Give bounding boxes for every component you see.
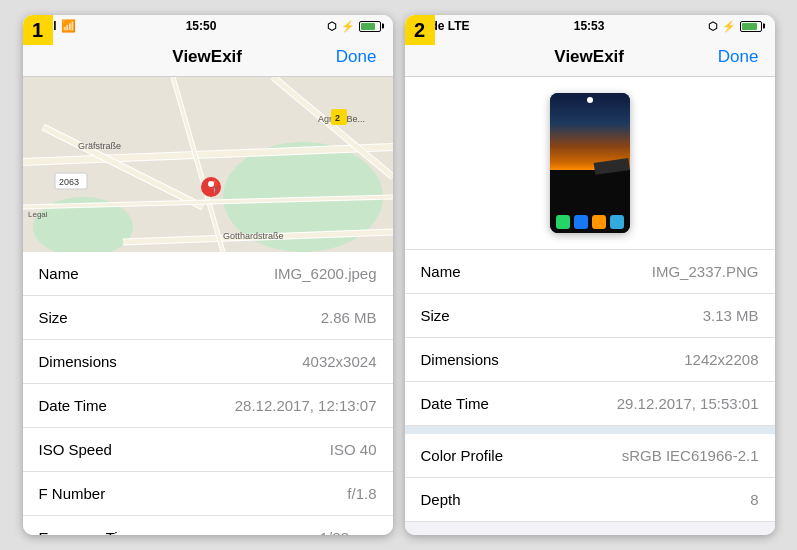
label-datetime-1: Date Time: [39, 397, 107, 414]
wifi-icon-1: 📶: [61, 19, 76, 33]
time-1: 15:50: [186, 19, 217, 33]
thumbnail-area: [405, 77, 775, 250]
badge-1: 1: [23, 15, 53, 45]
sky-gradient: [550, 93, 630, 170]
value-name-2: IMG_2337.PNG: [652, 263, 759, 280]
status-bar-1: Call 📶 15:50 ⬡ ⚡: [23, 15, 393, 37]
row-iso-1: ISO Speed ISO 40: [23, 428, 393, 472]
battery-2: [740, 21, 762, 32]
svg-text:Legal: Legal: [28, 210, 48, 219]
phone-1: 1 Call 📶 15:50 ⬡ ⚡ ViewExif Done: [23, 15, 393, 535]
value-dimensions-2: 1242x2208: [684, 351, 758, 368]
bluetooth-icon-1: ⬡: [327, 20, 337, 33]
done-button-2[interactable]: Done: [718, 47, 759, 67]
label-name-2: Name: [421, 263, 461, 280]
label-datetime-2: Date Time: [421, 395, 489, 412]
label-dimensions-2: Dimensions: [421, 351, 499, 368]
phone-2: 2 m.de LTE 15:53 ⬡ ⚡ ViewExif Done: [405, 15, 775, 535]
svg-text:Gräfstraße: Gräfstraße: [78, 141, 121, 151]
value-dimensions-1: 4032x3024: [302, 353, 376, 370]
info-list-1: Name IMG_6200.jpeg Size 2.86 MB Dimensio…: [23, 252, 393, 535]
label-iso-1: ISO Speed: [39, 441, 112, 458]
row-name-2: Name IMG_2337.PNG: [405, 250, 775, 294]
status-bar-2: m.de LTE 15:53 ⬡ ⚡: [405, 15, 775, 37]
value-colorprofile-2: sRGB IEC61966-2.1: [622, 447, 759, 464]
nav-bar-1: ViewExif Done: [23, 37, 393, 77]
dock-icon-3: [592, 215, 606, 229]
value-datetime-2: 29.12.2017, 15:53:01: [617, 395, 759, 412]
charging-icon-2: ⚡: [722, 20, 736, 33]
dock-icon-1: [556, 215, 570, 229]
row-datetime-2: Date Time 29.12.2017, 15:53:01: [405, 382, 775, 426]
svg-text:2: 2: [335, 113, 340, 123]
value-depth-2: 8: [750, 491, 758, 508]
svg-point-25: [208, 181, 214, 187]
section-divider: [405, 426, 775, 434]
row-size-2: Size 3.13 MB: [405, 294, 775, 338]
row-fnumber-1: F Number f/1.8: [23, 472, 393, 516]
status-right-2: ⬡ ⚡: [708, 20, 762, 33]
label-colorprofile-2: Color Profile: [421, 447, 504, 464]
status-right-1: ⬡ ⚡: [327, 20, 381, 33]
time-2: 15:53: [574, 19, 605, 33]
value-datetime-1: 28.12.2017, 12:13:07: [235, 397, 377, 414]
battery-fill-2: [742, 23, 756, 30]
row-colorprofile-2: Color Profile sRGB IEC61966-2.1: [405, 434, 775, 478]
charging-icon-1: ⚡: [341, 20, 355, 33]
label-size-2: Size: [421, 307, 450, 324]
battery-fill-1: [361, 23, 375, 30]
row-dimensions-1: Dimensions 4032x3024: [23, 340, 393, 384]
map-1: Gräfstraße Agnes-Be... Gotthardstraße 20…: [23, 77, 393, 252]
value-fnumber-1: f/1.8: [347, 485, 376, 502]
label-fnumber-1: F Number: [39, 485, 106, 502]
row-exposure-1: Exposure Time 1/33 sec: [23, 516, 393, 535]
dock-area: [550, 170, 630, 233]
label-exposure-1: Exposure Time: [39, 529, 139, 535]
camera-dot: [587, 97, 593, 103]
svg-text:📍: 📍: [207, 179, 222, 194]
svg-text:Gotthardstraße: Gotthardstraße: [223, 231, 284, 241]
row-size-1: Size 2.86 MB: [23, 296, 393, 340]
dock-icon-4: [610, 215, 624, 229]
nav-title-2: ViewExif: [554, 47, 624, 67]
map-svg-1: Gräfstraße Agnes-Be... Gotthardstraße 20…: [23, 77, 393, 252]
value-exposure-1: 1/33 sec: [320, 529, 377, 535]
dock-icon-2: [574, 215, 588, 229]
row-dimensions-2: Dimensions 1242x2208: [405, 338, 775, 382]
info-list-2: Name IMG_2337.PNG Size 3.13 MB Dimension…: [405, 250, 775, 535]
photo-thumbnail: [550, 93, 630, 233]
bluetooth-icon-2: ⬡: [708, 20, 718, 33]
nav-title-1: ViewExif: [172, 47, 242, 67]
svg-text:2063: 2063: [59, 177, 79, 187]
label-size-1: Size: [39, 309, 68, 326]
row-datetime-1: Date Time 28.12.2017, 12:13:07: [23, 384, 393, 428]
label-dimensions-1: Dimensions: [39, 353, 117, 370]
done-button-1[interactable]: Done: [336, 47, 377, 67]
value-name-1: IMG_6200.jpeg: [274, 265, 377, 282]
badge-2: 2: [405, 15, 435, 45]
row-name-1: Name IMG_6200.jpeg: [23, 252, 393, 296]
label-name-1: Name: [39, 265, 79, 282]
value-size-1: 2.86 MB: [321, 309, 377, 326]
value-size-2: 3.13 MB: [703, 307, 759, 324]
value-iso-1: ISO 40: [330, 441, 377, 458]
battery-1: [359, 21, 381, 32]
phones-container: 1 Call 📶 15:50 ⬡ ⚡ ViewExif Done: [13, 5, 785, 545]
row-depth-2: Depth 8: [405, 478, 775, 522]
nav-bar-2: ViewExif Done: [405, 37, 775, 77]
label-depth-2: Depth: [421, 491, 461, 508]
